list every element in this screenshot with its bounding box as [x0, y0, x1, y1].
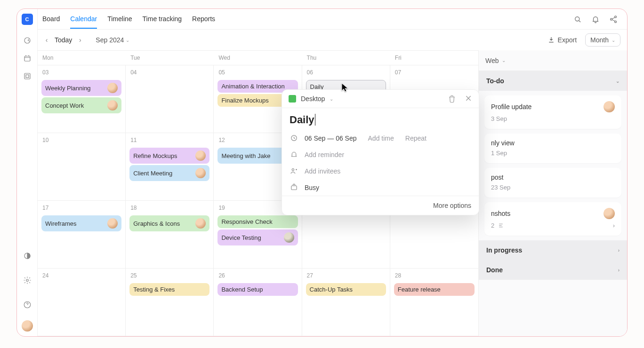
svg-point-5 — [26, 279, 28, 282]
tab-calendar[interactable]: Calendar — [70, 9, 97, 29]
calendar-cell[interactable]: 04 — [126, 65, 214, 133]
view-mode-select[interactable]: Month ⌄ — [585, 33, 620, 47]
calendar-icon[interactable] — [23, 54, 32, 63]
category-select[interactable]: Desktop — [301, 95, 325, 103]
left-rail: C — [17, 9, 38, 336]
calendar-event[interactable]: Concept Work — [41, 97, 121, 113]
section-label: Done — [486, 266, 503, 274]
calendar-cell[interactable]: 24 — [38, 269, 126, 336]
tab-board[interactable]: Board — [42, 9, 60, 29]
calendar-cell[interactable]: 18Graphics & Icons — [126, 201, 214, 268]
card-title: Profile update — [491, 103, 531, 111]
card-meta: 3 Sep — [491, 115, 507, 122]
calendar-cell[interactable]: 11Refine MockupsClient Meeting — [126, 133, 214, 200]
event-title: Testing & Fixes — [133, 286, 175, 293]
next-button[interactable]: › — [75, 35, 85, 45]
event-title: Responsive Check — [221, 218, 272, 225]
export-label: Export — [558, 36, 577, 44]
calendar-cell[interactable]: 27Catch-Up Tasks — [302, 269, 390, 336]
date-number: 28 — [393, 271, 475, 282]
more-options-button[interactable]: More options — [282, 196, 479, 215]
event-title: Animation & Interaction — [221, 83, 284, 90]
calendar-event[interactable]: Catch-Up Tasks — [306, 283, 386, 296]
month-selector[interactable]: Sep 2024 ⌄ — [96, 36, 129, 44]
calendar-cell[interactable]: 03Weekly PlanningConcept Work — [38, 65, 126, 133]
date-number: 18 — [129, 204, 210, 214]
user-avatar[interactable] — [22, 320, 33, 332]
calendar-cell[interactable]: 26Backend Setup — [214, 269, 302, 336]
calendar-event[interactable]: Graphics & Icons — [129, 215, 209, 231]
export-button[interactable]: Export — [547, 36, 577, 44]
tab-timeline[interactable]: Timeline — [107, 9, 132, 29]
rail-icon-1[interactable] — [23, 36, 32, 45]
tab-time-tracking[interactable]: Time tracking — [143, 9, 182, 29]
month-label: Sep 2024 — [96, 36, 124, 44]
todo-card[interactable]: post23 Sep — [484, 168, 621, 198]
calendar-event[interactable]: Refine Mockups — [129, 148, 209, 164]
section-inprogress[interactable]: In progress › — [479, 240, 627, 260]
calendar-cell[interactable]: 28Feature release — [390, 269, 478, 336]
event-title: Graphics & Icons — [133, 220, 180, 227]
busy-status[interactable]: Busy — [305, 184, 319, 191]
calendar-cell[interactable]: 25Testing & Fixes — [126, 269, 214, 336]
date-number: 03 — [40, 68, 122, 79]
calendar-event[interactable]: Backend Setup — [217, 283, 298, 296]
section-todo[interactable]: To-do ⌄ — [479, 71, 627, 91]
app-logo[interactable]: C — [22, 14, 33, 25]
top-bar: BoardCalendarTimelineTime trackingReport… — [38, 9, 627, 30]
calendar-event[interactable]: Feature release — [394, 283, 475, 296]
calendar-event[interactable]: Client Meeting — [129, 165, 209, 181]
project-select[interactable]: Web ⌄ — [479, 50, 627, 71]
delete-icon[interactable] — [448, 95, 456, 103]
calendar-event[interactable]: Responsive Check — [217, 215, 298, 228]
section-label: In progress — [486, 246, 522, 254]
assignee-avatar — [195, 168, 206, 178]
date-bar: ‹ Today › Sep 2024 ⌄ Export Month ⌄ — [38, 30, 627, 50]
add-invitees-button[interactable]: Add invitees — [305, 167, 340, 175]
today-button[interactable]: Today — [55, 36, 72, 44]
theme-icon[interactable] — [23, 251, 32, 261]
event-title: Wireframes — [45, 220, 76, 227]
settings-icon[interactable] — [23, 276, 32, 285]
day-header: Wed — [214, 51, 302, 65]
calendar-cell[interactable]: 17Wireframes — [38, 201, 126, 268]
bell-icon[interactable] — [591, 15, 600, 24]
day-header: Mon — [38, 51, 126, 65]
repeat-button[interactable]: Repeat — [405, 134, 427, 142]
date-number: 27 — [305, 271, 387, 282]
section-label: To-do — [486, 77, 504, 85]
search-icon[interactable] — [573, 15, 582, 24]
event-title: Feature release — [398, 286, 441, 293]
chevron-down-icon: ⌄ — [502, 58, 506, 63]
add-time-button[interactable]: Add time — [368, 134, 394, 142]
todo-card[interactable]: Profile update3 Sep — [484, 95, 621, 129]
todo-card[interactable]: nshots2› — [484, 202, 621, 236]
event-title: Client Meeting — [133, 170, 172, 177]
event-title: Refine Mockups — [133, 152, 177, 159]
help-icon[interactable] — [23, 300, 32, 309]
category-color-swatch[interactable] — [289, 95, 296, 103]
date-number: 26 — [217, 271, 298, 282]
event-title-input[interactable]: Daily — [282, 108, 479, 130]
card-title: nshots — [491, 210, 510, 217]
close-icon[interactable] — [465, 95, 472, 103]
tab-reports[interactable]: Reports — [192, 9, 215, 29]
date-range[interactable]: 06 Sep — 06 Sep — [305, 134, 357, 142]
subtask-icon — [498, 222, 504, 229]
prev-button[interactable]: ‹ — [41, 35, 52, 45]
date-number: 25 — [129, 271, 210, 282]
calendar-event[interactable]: Wireframes — [41, 215, 121, 231]
share-icon[interactable] — [609, 15, 618, 24]
add-reminder-button[interactable]: Add reminder — [305, 151, 344, 158]
event-title: Concept Work — [45, 102, 84, 109]
calendar-event[interactable]: Testing & Fixes — [129, 283, 209, 296]
calendar-event[interactable]: Device Testing — [217, 229, 298, 245]
rail-icon-3[interactable] — [23, 71, 32, 81]
svg-point-0 — [24, 38, 30, 43]
invitees-icon — [290, 167, 298, 175]
todo-card[interactable]: nly view1 Sep — [484, 134, 621, 163]
section-done[interactable]: Done › — [479, 260, 627, 280]
calendar-cell[interactable]: 10 — [38, 133, 126, 200]
chevron-down-icon: ⌄ — [330, 96, 333, 102]
calendar-event[interactable]: Weekly Planning — [41, 80, 121, 96]
